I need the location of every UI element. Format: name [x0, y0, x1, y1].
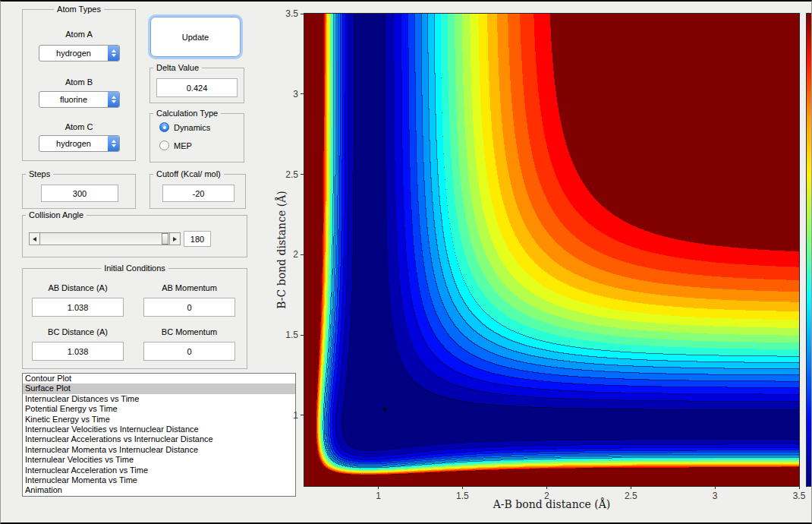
atom-c-dropdown-value: hydrogen	[39, 136, 108, 151]
x-tick-label: 3	[700, 491, 730, 501]
radio-mep[interactable]: MEP	[159, 140, 192, 150]
steps-field[interactable]	[41, 185, 118, 202]
steps-panel-title: Steps	[26, 169, 53, 178]
slider-left-arrow-button[interactable]	[30, 233, 40, 245]
pes-plot-axes	[304, 13, 800, 487]
list-item[interactable]: Internuclear Acceleration vs Time	[23, 466, 295, 475]
y-tick-mark	[301, 14, 304, 14]
list-item[interactable]: Potential Energy vs Time	[23, 404, 295, 414]
delta-value-field[interactable]	[156, 78, 238, 97]
delta-value-panel-title: Delta Value	[153, 63, 202, 72]
pes-contour-canvas	[304, 14, 799, 486]
application-window: Atom Types Atom A hydrogen Atom B fluori…	[0, 0, 812, 524]
x-tick-mark	[631, 486, 631, 489]
radio-button-icon[interactable]	[159, 122, 169, 132]
dropdown-stepper-icon[interactable]	[108, 136, 119, 151]
atom-a-dropdown-value: hydrogen	[39, 46, 108, 61]
atom-c-dropdown[interactable]: hydrogen	[39, 135, 120, 152]
chevron-down-icon	[112, 100, 116, 103]
atom-a-dropdown[interactable]: hydrogen	[39, 45, 120, 62]
y-tick-label: 1.5	[275, 330, 298, 340]
ab-distance-field[interactable]	[32, 298, 124, 317]
initial-conditions-panel-title: Initial Conditions	[101, 264, 168, 273]
calculation-type-panel: Calculation Type Dynamics MEP	[149, 113, 244, 163]
y-tick-label: 2	[275, 249, 298, 260]
steps-panel: Steps	[22, 174, 136, 209]
chevron-up-icon	[112, 49, 116, 52]
x-tick-mark	[378, 486, 379, 489]
y-tick-mark	[301, 335, 304, 336]
x-tick-mark	[799, 486, 800, 489]
x-tick-label: 2	[531, 491, 562, 501]
calculation-type-panel-title: Calculation Type	[153, 109, 221, 118]
list-item[interactable]: Kinetic Energy vs Time	[23, 415, 295, 425]
list-item[interactable]: Internuclear Velocities vs Internuclear …	[23, 425, 295, 434]
x-tick-label: 1.5	[447, 491, 477, 501]
bc-momentum-label: BC Momentum	[143, 327, 235, 336]
chevron-down-icon	[112, 54, 116, 57]
list-item[interactable]: Internulear Velocities vs Time	[23, 455, 295, 465]
y-tick-label: 3.5	[275, 8, 298, 19]
dropdown-stepper-icon[interactable]	[108, 92, 119, 107]
list-item[interactable]: Internuclear Momenta vs Internuclear Dis…	[23, 445, 295, 455]
y-tick-mark	[301, 254, 304, 255]
ab-distance-label: AB Distance (A)	[32, 283, 124, 292]
atom-c-label: Atom C	[23, 122, 135, 131]
atom-a-label: Atom A	[23, 30, 135, 39]
atom-b-dropdown-value: fluorine	[39, 92, 108, 107]
ab-momentum-label: AB Momentum	[143, 283, 235, 292]
y-tick-label: 3	[275, 89, 298, 99]
arrow-left-icon	[33, 237, 36, 241]
y-tick-label: 2.5	[275, 169, 298, 180]
x-tick-label: 3.5	[784, 491, 812, 501]
x-tick-label: 1	[364, 491, 394, 501]
plot-type-listbox[interactable]: Contour PlotSurface PlotInternuclear Dis…	[22, 373, 296, 497]
atom-b-dropdown[interactable]: fluorine	[39, 91, 120, 108]
delta-value-panel: Delta Value	[149, 68, 244, 103]
atom-b-label: Atom B	[23, 77, 135, 87]
cutoff-panel: Cutoff (Kcal/ mol)	[149, 174, 246, 209]
initial-conditions-panel: Initial Conditions AB Distance (A) AB Mo…	[22, 268, 247, 369]
collision-angle-panel: Collision Angle	[22, 215, 247, 257]
atom-types-panel: Atom Types Atom A hydrogen Atom B fluori…	[22, 9, 136, 161]
collision-angle-field[interactable]	[184, 231, 211, 247]
x-tick-label: 2.5	[615, 491, 646, 501]
list-item[interactable]: Surface Plot	[23, 384, 295, 393]
x-tick-mark	[546, 486, 547, 489]
update-button-label: Update	[182, 33, 209, 42]
y-tick-label: 1	[275, 410, 298, 421]
radio-mep-label: MEP	[174, 141, 192, 150]
list-item[interactable]: Contour Plot	[23, 374, 295, 384]
radio-dot-icon	[163, 126, 166, 129]
colorbar	[806, 13, 812, 487]
y-tick-mark	[301, 415, 304, 415]
x-tick-mark	[715, 486, 716, 489]
chevron-down-icon	[112, 144, 116, 147]
collision-angle-panel-title: Collision Angle	[26, 210, 87, 219]
radio-dynamics-label: Dynamics	[174, 123, 210, 132]
bc-momentum-field[interactable]	[143, 342, 235, 361]
ab-momentum-field[interactable]	[143, 298, 235, 317]
arrow-right-icon	[173, 237, 177, 241]
x-tick-mark	[462, 486, 463, 489]
cutoff-field[interactable]	[162, 185, 234, 202]
dropdown-stepper-icon[interactable]	[108, 46, 119, 61]
slider-thumb[interactable]	[162, 233, 168, 245]
bc-distance-field[interactable]	[32, 342, 124, 361]
chevron-up-icon	[112, 96, 116, 99]
list-item[interactable]: Animation	[23, 485, 295, 495]
slider-right-arrow-button[interactable]	[169, 233, 180, 245]
chevron-up-icon	[112, 140, 116, 143]
bc-distance-label: BC Distance (A)	[32, 327, 124, 336]
radio-button-icon[interactable]	[159, 140, 169, 150]
list-item[interactable]: Internuclear Momenta vs Time	[23, 475, 295, 485]
cutoff-panel-title: Cutoff (Kcal/ mol)	[153, 169, 224, 178]
atom-types-panel-title: Atom Types	[54, 5, 104, 14]
y-tick-mark	[301, 174, 304, 175]
y-tick-mark	[301, 93, 304, 94]
update-button[interactable]: Update	[150, 17, 241, 57]
radio-dynamics[interactable]: Dynamics	[159, 122, 210, 132]
list-item[interactable]: Internuclear Distances vs Time	[23, 394, 295, 404]
collision-angle-slider[interactable]	[29, 232, 181, 245]
list-item[interactable]: Internuclear Accelerations vs Internucle…	[23, 434, 295, 444]
